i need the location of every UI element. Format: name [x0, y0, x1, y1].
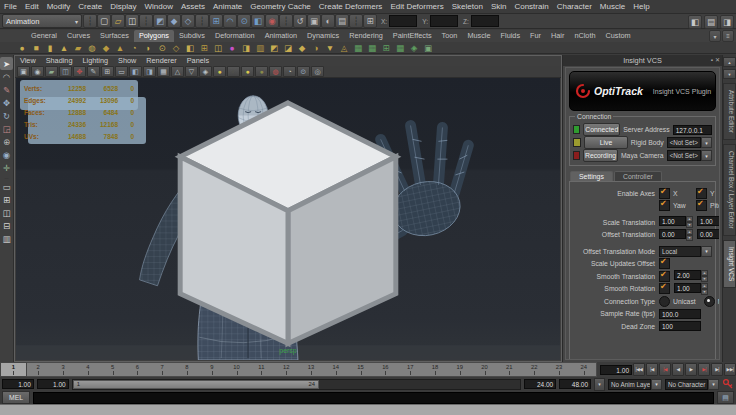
time-tick[interactable]: 10	[224, 363, 249, 376]
menu-item[interactable]: Modify	[43, 0, 75, 13]
shaded-mode-icon[interactable]: ●	[213, 66, 226, 77]
shelf-tab[interactable]: Subdivs	[174, 30, 210, 42]
select-hierarchy-icon[interactable]: ◩	[153, 14, 167, 28]
layout-split-horizontal-button[interactable]: ⊟	[0, 219, 13, 232]
current-time-input[interactable]: 1.00	[600, 365, 632, 375]
menu-item[interactable]: Create	[74, 0, 106, 13]
poly-merge-icon[interactable]: ◩	[268, 42, 280, 54]
multisample-icon[interactable]: ⊙	[297, 66, 310, 77]
snap-point-icon[interactable]: ⊙	[237, 14, 251, 28]
chevron-down-icon[interactable]	[701, 246, 712, 257]
range-slider-handle[interactable]: 1 24	[73, 380, 319, 389]
shadows-icon[interactable]: ●	[255, 66, 268, 77]
shelf-tab[interactable]: Fluids	[496, 30, 525, 42]
menu-item[interactable]: Skin	[487, 0, 511, 13]
xray-icon[interactable]: ◍	[269, 66, 282, 77]
separator[interactable]: ┆	[279, 14, 293, 28]
snap-grid-icon[interactable]: ⊞	[209, 14, 223, 28]
chevron-down-icon[interactable]	[651, 379, 662, 390]
menu-item[interactable]: Animate	[209, 0, 246, 13]
axis-checkbox[interactable]	[659, 200, 670, 211]
time-tick[interactable]: 3	[51, 363, 76, 376]
chevron-down-icon[interactable]	[701, 150, 712, 161]
lasso-select-tool[interactable]: ◠	[0, 70, 13, 83]
scale-translation-spinner[interactable]: 1.00	[697, 216, 720, 228]
time-tick[interactable]: 14	[323, 363, 348, 376]
poly-sphere-icon[interactable]: ●	[16, 42, 28, 54]
poly-booleans-icon[interactable]: ◫	[212, 42, 224, 54]
pan-zoom-icon[interactable]: ✥	[73, 66, 86, 77]
z-coord-input[interactable]	[471, 15, 499, 27]
scroll-up-icon[interactable]: ▲	[723, 57, 736, 67]
smooth-rotation-checkbox[interactable]	[659, 283, 670, 294]
live-button[interactable]: Live	[584, 136, 627, 149]
time-tick[interactable]: 23	[547, 363, 572, 376]
time-tick[interactable]: 12	[274, 363, 299, 376]
spin-down-icon[interactable]	[701, 289, 708, 295]
resolution-gate-icon[interactable]: ◧	[129, 66, 142, 77]
smooth-translation-checkbox[interactable]	[659, 271, 670, 282]
render-settings-icon[interactable]: ▤	[335, 14, 349, 28]
shelf-tab[interactable]: General	[26, 30, 62, 42]
menu-item[interactable]: Edit Deformers	[386, 0, 447, 13]
viewport-menu-item[interactable]: Lighting	[77, 56, 113, 66]
smooth-translation-spinner[interactable]: 2.00	[674, 270, 708, 282]
multicast-radio[interactable]	[704, 296, 715, 307]
x-coord-input[interactable]	[389, 15, 417, 27]
poly-triangulate-icon[interactable]: ◬	[338, 42, 350, 54]
menu-item[interactable]: File	[0, 0, 21, 13]
menu-set-selector[interactable]: Animation	[2, 14, 82, 28]
auto-keyframe-button[interactable]	[722, 378, 734, 390]
time-tick[interactable]: 6	[125, 363, 150, 376]
menu-item[interactable]: Window	[141, 0, 177, 13]
chevron-down-icon[interactable]	[701, 137, 712, 148]
menu-item[interactable]: Skeleton	[448, 0, 487, 13]
menu-item[interactable]: Muscle	[596, 0, 629, 13]
save-scene-icon[interactable]: ◫	[125, 14, 139, 28]
layout-split-vertical-button[interactable]: ◫	[0, 206, 13, 219]
poly-bridge-icon[interactable]: ▥	[254, 42, 266, 54]
maya-camera-dropdown[interactable]: <Not Set>	[667, 150, 712, 161]
shelf-options-button[interactable]: ≡	[722, 30, 734, 42]
insight-tab[interactable]: Settings	[570, 171, 613, 181]
time-slider-track[interactable]: 123456789101112131415161718192021222324	[0, 362, 597, 377]
poly-plane-icon[interactable]: ▰	[72, 42, 84, 54]
poly-prism-icon[interactable]: ◆	[100, 42, 112, 54]
grease-pencil-icon[interactable]: ✎	[87, 66, 100, 77]
time-tick[interactable]: 9	[199, 363, 224, 376]
offset-translation-spinner[interactable]: 0.00	[697, 229, 720, 241]
command-line-input[interactable]	[33, 392, 714, 404]
poly-split-icon[interactable]: ◪	[282, 42, 294, 54]
time-tick[interactable]: 13	[299, 363, 324, 376]
viewport-menu-item[interactable]: Renderer	[141, 56, 181, 66]
time-tick[interactable]: 8	[175, 363, 200, 376]
toggle-tool-settings-button[interactable]: ▤	[704, 15, 718, 29]
layout-single-pane-button[interactable]: ▭	[0, 180, 13, 193]
poly-cube-icon[interactable]: ■	[30, 42, 42, 54]
viewport-menu-item[interactable]: View	[15, 56, 41, 66]
anim-layer-dropdown[interactable]: No Anim Layer	[608, 379, 662, 390]
menu-item[interactable]: Help	[629, 0, 653, 13]
time-tick[interactable]: 24	[571, 363, 596, 376]
offset-translation-spinner[interactable]: 0.00	[659, 229, 693, 241]
range-slider-track[interactable]: 1 24	[72, 379, 522, 390]
color-set-icon[interactable]: ▣	[422, 42, 434, 54]
paint-select-tool[interactable]: ✎	[0, 83, 13, 96]
insight-tab[interactable]: Controller	[614, 171, 662, 181]
pin-icon[interactable]: ▪	[711, 55, 713, 66]
normals-icon[interactable]: ◈	[408, 42, 420, 54]
open-scene-icon[interactable]: ▱	[111, 14, 125, 28]
separator[interactable]: ┆	[349, 14, 363, 28]
insight-panel-titlebar[interactable]: Insight VCS ▪ ✕	[563, 55, 722, 66]
step-forward-key-button[interactable]: ▶|	[698, 363, 710, 376]
grid-icon[interactable]: ⊞	[101, 66, 114, 77]
use-lights-icon[interactable]: ●	[241, 66, 254, 77]
play-backwards-button[interactable]: ◀	[672, 363, 684, 376]
poly-pyramid-icon[interactable]: ▲	[114, 42, 126, 54]
toggle-channel-box-button[interactable]: ◨	[720, 15, 734, 29]
shelf-tab[interactable]: Polygons	[134, 30, 174, 42]
poly-pipe-icon[interactable]: ◔	[128, 42, 140, 54]
toggle-attribute-editor-button[interactable]: ◧	[688, 15, 702, 29]
select-tool[interactable]: ➤	[0, 57, 13, 70]
film-gate-icon[interactable]: ▭	[115, 66, 128, 77]
